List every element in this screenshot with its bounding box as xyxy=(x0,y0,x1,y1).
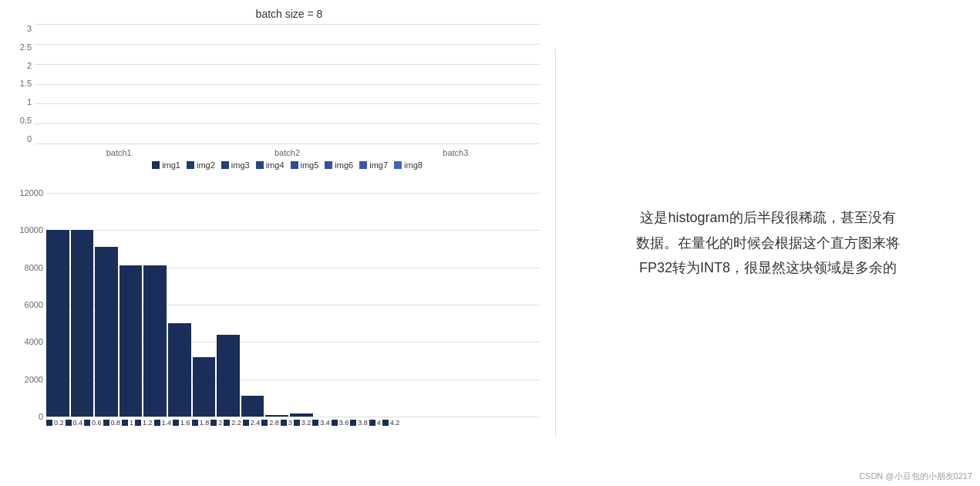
legend-item-img3: img3 xyxy=(221,160,250,170)
legend-item-img5: img5 xyxy=(291,160,319,170)
x-label-color-0.6 xyxy=(84,420,90,426)
x-label-0.2: 0.2 xyxy=(46,419,64,427)
legend-label-img1: img1 xyxy=(162,160,180,170)
chart-title: batch size = 8 xyxy=(8,8,540,20)
bottom-x-axis: 0.20.40.60.811.21.41.61.822.22.42.833.23… xyxy=(8,419,540,427)
x-label-color-0.2 xyxy=(46,420,52,426)
bottom-y-axis: 12000 10000 8000 6000 4000 2000 0 xyxy=(8,193,46,417)
x-label-3.4: 3.4 xyxy=(312,419,330,427)
x-label-2: 2 xyxy=(210,419,222,427)
x-label-color-1.4 xyxy=(154,420,160,426)
x-label-color-0.8 xyxy=(103,420,109,426)
bottom-bar-0.2 xyxy=(46,230,69,417)
x-label-4.2: 4.2 xyxy=(382,419,400,427)
x-label-3: 3 xyxy=(281,419,292,427)
x-label-color-3.2 xyxy=(294,420,300,426)
bottom-y-10000: 10000 xyxy=(19,225,43,235)
x-label-color-4 xyxy=(369,420,375,426)
bottom-chart-container: 12000 10000 8000 6000 4000 2000 0 xyxy=(8,193,540,478)
y-label-0: 0 xyxy=(8,134,35,143)
annotation-line1: 这是histogram的后半段很稀疏，甚至没有 xyxy=(636,205,900,230)
x-label-0.4: 0.4 xyxy=(66,419,83,427)
x-label-color-4.2 xyxy=(382,420,389,426)
main-container: batch size = 8 3 2.5 2 1.5 1 0.5 0 xyxy=(0,0,980,486)
bottom-bar-2.2 xyxy=(290,413,313,417)
legend-color-img5 xyxy=(291,161,298,169)
bar-groups: batch1 batch2 batch3 xyxy=(35,24,540,143)
legend-label-img7: img7 xyxy=(369,160,388,170)
x-label-color-3.6 xyxy=(332,420,338,426)
x-label-color-1 xyxy=(122,420,128,426)
x-label-color-2.4 xyxy=(243,420,249,426)
legend-label-img3: img3 xyxy=(231,160,250,170)
batch2-label: batch2 xyxy=(274,148,300,157)
legend-color-img2 xyxy=(187,161,194,169)
x-label-color-2.8 xyxy=(261,420,268,426)
bottom-bar-1.2 xyxy=(168,323,191,417)
x-label-0.6: 0.6 xyxy=(84,419,102,427)
x-label-color-1.8 xyxy=(192,420,198,426)
x-label-color-3.8 xyxy=(350,420,356,426)
legend-item-img1: img1 xyxy=(152,160,180,170)
annotation-line2: 数据。在量化的时候会根据这个直方图来将 xyxy=(636,231,900,255)
x-label-3.6: 3.6 xyxy=(332,419,349,427)
x-label-2.2: 2.2 xyxy=(224,419,241,427)
legend-label-img8: img8 xyxy=(404,160,423,170)
legend-label-img5: img5 xyxy=(301,160,319,170)
legend-label-img4: img4 xyxy=(266,160,285,170)
y-label-15: 1.5 xyxy=(8,79,35,88)
bottom-bar-0.4 xyxy=(71,230,94,417)
y-label-3: 3 xyxy=(8,24,35,33)
bottom-bars xyxy=(46,193,532,417)
bottom-chart-area xyxy=(46,193,540,417)
x-label-1.8: 1.8 xyxy=(192,419,210,427)
bottom-bar-0.8 xyxy=(120,265,143,417)
top-y-axis: 3 2.5 2 1.5 1 0.5 0 xyxy=(8,24,35,143)
x-label-2.8: 2.8 xyxy=(261,419,279,427)
x-label-1.2: 1.2 xyxy=(135,419,153,427)
legend-item-img7: img7 xyxy=(359,160,388,170)
bottom-y-8000: 8000 xyxy=(25,263,43,272)
bottom-bar-1.8 xyxy=(241,396,264,417)
b-grid-6 xyxy=(46,417,540,417)
grid-line-bottom xyxy=(35,143,540,144)
x-label-3.8: 3.8 xyxy=(350,419,368,427)
bottom-bar-1.6 xyxy=(217,335,240,417)
x-label-color-2 xyxy=(210,420,217,426)
x-label-3.2: 3.2 xyxy=(294,419,312,427)
bottom-y-0: 0 xyxy=(39,412,43,421)
top-chart-legend: img1img2img3img4img5img6img7img8 xyxy=(8,160,540,170)
batch3-label: batch3 xyxy=(443,148,468,157)
x-label-4: 4 xyxy=(369,419,381,427)
watermark: CSDN @小豆包的小朋友0217 xyxy=(859,471,972,482)
bottom-y-12000: 12000 xyxy=(19,188,43,197)
annotation-text: 这是histogram的后半段很稀疏，甚至没有 数据。在量化的时候会根据这个直方… xyxy=(636,205,900,280)
x-label-color-3.4 xyxy=(312,420,318,426)
legend-color-img6 xyxy=(325,161,332,169)
legend-color-img4 xyxy=(256,161,264,169)
bottom-y-2000: 2000 xyxy=(25,375,43,384)
legend-color-img7 xyxy=(359,161,367,169)
bottom-bar-1.4 xyxy=(193,357,216,417)
charts-section: batch size = 8 3 2.5 2 1.5 1 0.5 0 xyxy=(0,0,555,486)
legend-item-img8: img8 xyxy=(394,160,423,170)
x-label-2.4: 2.4 xyxy=(243,419,261,427)
bottom-y-4000: 4000 xyxy=(25,337,43,346)
y-label-05: 0.5 xyxy=(8,116,35,125)
legend-label-img2: img2 xyxy=(197,160,215,170)
x-label-1.4: 1.4 xyxy=(154,419,172,427)
x-label-1: 1 xyxy=(122,419,133,427)
x-label-color-2.2 xyxy=(224,420,230,426)
x-label-color-0.4 xyxy=(66,420,72,426)
x-label-0.8: 0.8 xyxy=(103,419,121,427)
y-label-25: 2.5 xyxy=(8,42,35,52)
annotation-line3: FP32转为INT8，很显然这块领域是多余的 xyxy=(636,255,900,280)
annotation-section: 这是histogram的后半段很稀疏，甚至没有 数据。在量化的时候会根据这个直方… xyxy=(556,0,980,486)
legend-item-img6: img6 xyxy=(325,160,353,170)
x-label-color-1.2 xyxy=(135,420,141,426)
bottom-y-6000: 6000 xyxy=(25,300,43,309)
y-label-2: 2 xyxy=(8,61,35,70)
legend-label-img6: img6 xyxy=(335,160,353,170)
legend-color-img3 xyxy=(221,161,229,169)
y-label-1: 1 xyxy=(8,97,35,106)
